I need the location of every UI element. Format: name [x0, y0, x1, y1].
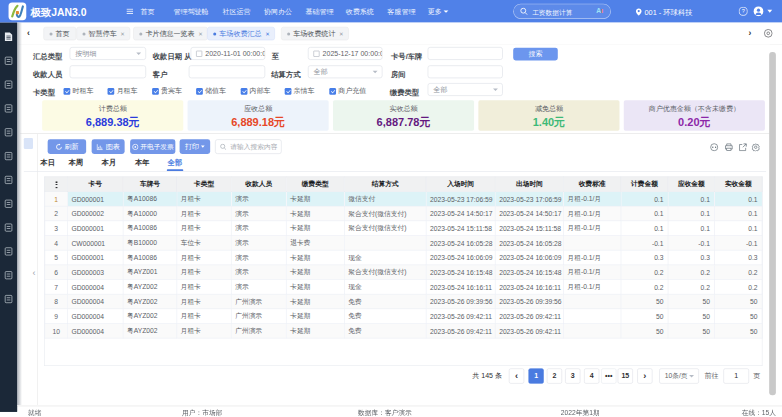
svg-text:?: ?: [742, 8, 745, 14]
